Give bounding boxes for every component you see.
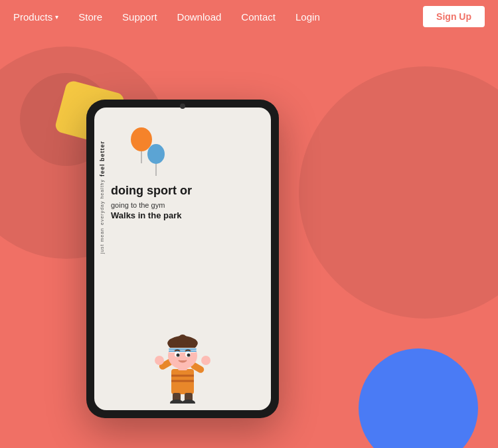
screen-content: feel better everyday healthy just mean d… xyxy=(94,108,271,410)
nav-store[interactable]: Store xyxy=(78,11,102,23)
nav-items: Products ▾ Store Support Download Contac… xyxy=(13,11,423,23)
nav-download[interactable]: Download xyxy=(177,11,222,23)
svg-point-23 xyxy=(187,354,191,357)
vertical-text-feel-better: feel better xyxy=(100,141,106,177)
vertical-text-area: feel better everyday healthy just mean xyxy=(100,141,106,254)
svg-point-6 xyxy=(182,400,195,404)
bg-circle-large-right xyxy=(299,66,498,319)
hero-section: feel better everyday healthy just mean d… xyxy=(0,33,498,448)
character-svg xyxy=(153,324,212,404)
svg-rect-19 xyxy=(169,350,197,352)
signup-button[interactable]: Sign Up xyxy=(423,6,485,27)
svg-point-9 xyxy=(155,356,164,365)
main-text-area: doing sport or going to the gym Walks in… xyxy=(111,184,192,220)
svg-point-5 xyxy=(170,400,183,404)
nav-products[interactable]: Products ▾ xyxy=(13,11,58,23)
svg-point-15 xyxy=(178,335,187,345)
sub-text-1: going to the gym xyxy=(111,201,192,209)
navbar: Products ▾ Store Support Download Contac… xyxy=(0,0,498,33)
sub-text-2: Walks in the park xyxy=(111,210,192,220)
svg-point-10 xyxy=(201,356,210,365)
tablet-device: feel better everyday healthy just mean d… xyxy=(86,100,279,418)
balloon-blue-body xyxy=(147,144,165,164)
tablet-camera xyxy=(180,104,185,109)
chevron-down-icon: ▾ xyxy=(55,13,58,21)
svg-point-22 xyxy=(177,354,180,357)
tablet-screen: feel better everyday healthy just mean d… xyxy=(94,108,271,410)
character-illustration xyxy=(149,317,216,404)
vertical-text-just-mean: just mean xyxy=(100,228,106,254)
svg-rect-18 xyxy=(169,348,197,350)
nav-contact[interactable]: Contact xyxy=(241,11,276,23)
balloon-blue xyxy=(147,144,165,164)
nav-support[interactable]: Support xyxy=(122,11,157,23)
nav-login[interactable]: Login xyxy=(295,11,320,23)
vertical-text-everyday: everyday healthy xyxy=(100,179,106,225)
bg-circle-bottom-right xyxy=(359,348,478,448)
main-text-bold: doing sport or xyxy=(111,184,192,198)
